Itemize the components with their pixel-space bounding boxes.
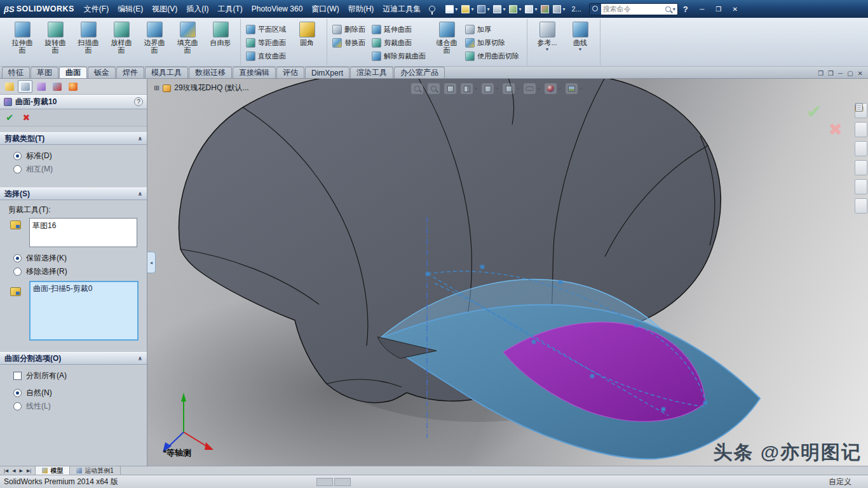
- search-scope-icon[interactable]: [590, 4, 601, 15]
- help-button[interactable]: ?: [683, 4, 688, 14]
- thickened-cut-button[interactable]: 加厚切除: [465, 37, 522, 48]
- close-button[interactable]: ✕: [728, 3, 743, 15]
- tab-direct-editing[interactable]: 直接编辑: [233, 67, 276, 78]
- view-palette-icon[interactable]: [855, 160, 867, 175]
- search-icon[interactable]: [665, 6, 671, 12]
- hide-show-items-icon[interactable]: [524, 83, 536, 94]
- trim-tool-selection-box[interactable]: 草图16: [29, 218, 137, 247]
- reference-geometry-button[interactable]: 参考...▾: [531, 20, 564, 52]
- previous-view-icon[interactable]: [444, 83, 456, 94]
- apply-scene-icon[interactable]: [566, 83, 578, 94]
- menu-help[interactable]: 帮助(H): [344, 1, 379, 18]
- custom-properties-icon[interactable]: [855, 198, 867, 214]
- lofted-surface-button[interactable]: 放样曲面: [105, 20, 138, 54]
- radio-keep-selections[interactable]: 保留选择(K): [5, 252, 142, 265]
- panel-flyout-handle[interactable]: ◂: [147, 252, 156, 273]
- tab-features[interactable]: 特征: [2, 67, 30, 78]
- menu-tools[interactable]: 工具(T): [214, 1, 247, 18]
- tab-render-tools[interactable]: 渲染工具: [350, 67, 393, 78]
- swept-surface-button[interactable]: 扫描曲面: [72, 20, 105, 54]
- dimxpertmanager-tab[interactable]: [50, 80, 64, 93]
- ruled-surface-button[interactable]: 直纹曲面: [246, 51, 288, 62]
- appearances-scenes-icon[interactable]: [855, 179, 867, 194]
- trim-type-header[interactable]: 剪裁类型(T) ∧: [0, 132, 147, 145]
- menu-file[interactable]: 文件(F): [79, 1, 113, 18]
- surface-split-header[interactable]: 曲面分割选项(O) ∧: [0, 352, 147, 365]
- model-view[interactable]: [147, 79, 868, 466]
- feature-tree-root[interactable]: ⊞ 29玫瑰花DHQ (默认...: [154, 83, 249, 93]
- filled-surface-button[interactable]: 填充曲面: [171, 20, 204, 54]
- open-button[interactable]: ▾: [461, 5, 473, 13]
- radio-standard[interactable]: 标准(D): [5, 149, 142, 163]
- extruded-surface-button[interactable]: 拉伸曲面: [6, 20, 39, 54]
- nav-next-icon[interactable]: ▶: [18, 468, 24, 473]
- replace-face-button[interactable]: 替换面: [332, 37, 368, 48]
- zoom-area-icon[interactable]: [428, 83, 440, 94]
- tab-sheet-metal[interactable]: 钣金: [88, 67, 116, 78]
- tab-weldments[interactable]: 焊件: [116, 67, 144, 78]
- radio-natural[interactable]: 自然(N): [5, 386, 142, 400]
- radio-mutual[interactable]: 相互(M): [5, 163, 142, 176]
- radio-button-icon[interactable]: [13, 402, 22, 410]
- radio-linear[interactable]: 线性(L): [5, 400, 142, 413]
- radio-remove-selections[interactable]: 移除选择(R): [5, 265, 142, 278]
- graphics-area[interactable]: ⊞ 29玫瑰花DHQ (默认... ▾ ▾ ▾ ▾ ▾ ▾: [147, 79, 868, 466]
- pm-help-button[interactable]: ?: [134, 97, 143, 106]
- doc-restore-button[interactable]: ▢: [847, 70, 853, 77]
- model-tab[interactable]: 模型: [36, 466, 70, 475]
- search-caret-icon[interactable]: ▾: [673, 6, 675, 12]
- select-button[interactable]: ▾: [525, 5, 537, 13]
- nav-first-icon[interactable]: |◀: [3, 468, 10, 473]
- extend-surface-button[interactable]: 延伸曲面: [372, 24, 428, 35]
- radio-button-icon[interactable]: [13, 268, 22, 276]
- menu-photoview360[interactable]: PhotoView 360: [247, 1, 308, 17]
- revolved-surface-button[interactable]: 旋转曲面: [39, 20, 72, 54]
- freeform-button[interactable]: 自由形: [204, 20, 237, 46]
- search-input[interactable]: [601, 5, 665, 13]
- tab-surfaces[interactable]: 曲面: [59, 67, 87, 78]
- zoom-fit-icon[interactable]: [411, 83, 423, 94]
- new-button[interactable]: ▾: [445, 5, 458, 13]
- doc-window-icon[interactable]: ❒: [828, 70, 834, 77]
- pieces-to-keep-list[interactable]: 曲面-扫描5-剪裁0: [29, 281, 139, 341]
- motion-study-tab[interactable]: 运动算例1: [70, 466, 121, 475]
- tab-mold-tools[interactable]: 模具工具: [145, 67, 188, 78]
- pin-menu-icon[interactable]: [429, 6, 435, 12]
- confirmation-ok-icon[interactable]: ✔: [806, 100, 822, 123]
- collapse-chevron-icon[interactable]: ∧: [138, 135, 142, 142]
- ok-button[interactable]: ✔: [6, 112, 14, 123]
- tab-data-migration[interactable]: 数据迁移: [189, 67, 232, 78]
- doc-close-button[interactable]: ✕: [858, 70, 863, 77]
- boundary-surface-button[interactable]: 边界曲面: [138, 20, 171, 54]
- edit-appearance-icon[interactable]: [545, 83, 557, 94]
- displaymanager-tab[interactable]: [65, 80, 80, 93]
- offset-surface-button[interactable]: 等距曲面: [246, 37, 288, 48]
- save-button[interactable]: ▾: [477, 5, 489, 13]
- section-view-icon[interactable]: [461, 83, 473, 94]
- collapse-chevron-icon[interactable]: ∧: [138, 355, 142, 362]
- status-widget[interactable]: [316, 478, 351, 486]
- radio-button-icon[interactable]: [13, 165, 22, 173]
- search-command-box[interactable]: ▾: [589, 3, 678, 15]
- print-button[interactable]: ▾: [493, 5, 505, 13]
- radio-button-icon[interactable]: [13, 254, 22, 262]
- display-style-icon[interactable]: [503, 83, 515, 94]
- configurationmanager-tab[interactable]: [34, 80, 48, 93]
- tab-office-products[interactable]: 办公室产品: [394, 67, 445, 78]
- tab-evaluate[interactable]: 评估: [276, 67, 304, 78]
- menu-maidi-tools[interactable]: 迈迪工具集: [378, 1, 425, 18]
- knit-surface-button[interactable]: 缝合曲面: [430, 20, 463, 54]
- fillet-button[interactable]: 圆角: [290, 20, 323, 46]
- minimize-button[interactable]: ─: [695, 3, 710, 15]
- menu-insert[interactable]: 插入(I): [182, 1, 213, 18]
- options-button[interactable]: ▾: [553, 5, 565, 13]
- doc-minimize-button[interactable]: ─: [838, 70, 843, 77]
- doc-window-icon[interactable]: ❒: [818, 70, 824, 77]
- propertymanager-tab[interactable]: [18, 80, 32, 93]
- design-library-icon[interactable]: [855, 122, 867, 137]
- customize-label[interactable]: 自定义: [829, 477, 851, 487]
- untrim-surface-button[interactable]: 解除剪裁曲面: [372, 51, 428, 62]
- nav-last-icon[interactable]: ▶|: [25, 468, 32, 473]
- tree-expander-icon[interactable]: ⊞: [154, 84, 159, 92]
- file-explorer-folder-icon[interactable]: [855, 141, 867, 156]
